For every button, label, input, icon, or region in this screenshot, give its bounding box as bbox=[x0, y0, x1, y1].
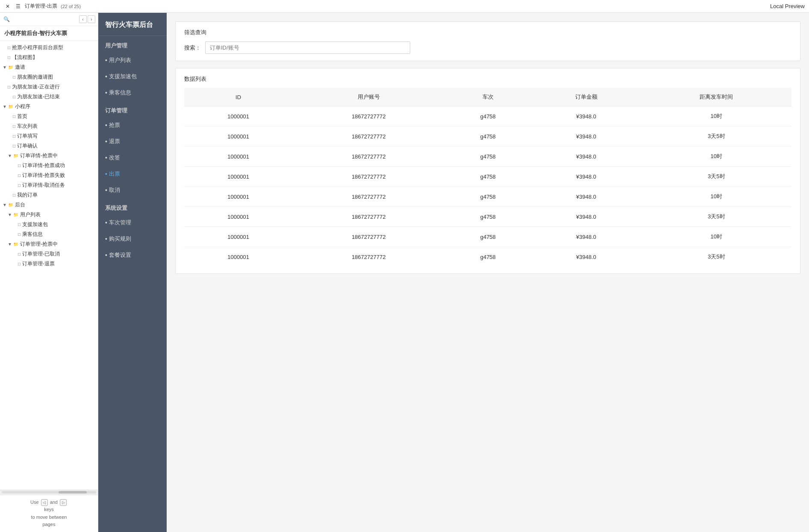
tree-item-label: 订单管理-已取消 bbox=[22, 250, 60, 258]
table-cell-id: 1000001 bbox=[184, 247, 292, 267]
table-cell-amount: ¥3948.0 bbox=[531, 126, 641, 147]
menu-icon: ☰ bbox=[15, 3, 21, 10]
tree-item[interactable]: □订单填写 bbox=[0, 131, 98, 141]
table-body: 100000118672727772g4758¥3948.010时1000001… bbox=[184, 106, 791, 267]
sidebar-next-btn[interactable]: › bbox=[88, 15, 95, 23]
table-header: ID用户账号车次订单金额距离发车时间 bbox=[184, 88, 791, 106]
sidebar-scrollbar[interactable] bbox=[0, 490, 98, 495]
page-icon: □ bbox=[18, 232, 21, 237]
sidebar-prev-btn[interactable]: ‹ bbox=[79, 15, 87, 23]
page-icon: □ bbox=[8, 45, 10, 50]
middle-nav-item[interactable]: • 取消 bbox=[98, 182, 167, 198]
table-cell-amount: ¥3948.0 bbox=[531, 106, 641, 126]
middle-nav-item[interactable]: • 抢票 bbox=[98, 117, 167, 133]
tree-item[interactable]: □订单确认 bbox=[0, 141, 98, 151]
tree-item[interactable]: ▼📁订单管理-抢票中 bbox=[0, 239, 98, 249]
middle-nav-item[interactable]: • 用户列表 bbox=[98, 52, 167, 68]
tree-item-label: 订单详情-抢票成功 bbox=[22, 162, 65, 169]
tree-item[interactable]: ▼📁小程序 bbox=[0, 102, 98, 112]
middle-nav-title: 智行火车票后台 bbox=[98, 13, 167, 36]
page-icon: □ bbox=[18, 183, 21, 188]
folder-icon: 📁 bbox=[8, 203, 13, 207]
table-cell-train: g4758 bbox=[445, 167, 531, 187]
tree-item-label: 订单详情-抢票失败 bbox=[22, 172, 65, 179]
table-cell-time: 3天5时 bbox=[641, 207, 791, 227]
middle-nav-item[interactable]: • 购买规则 bbox=[98, 231, 167, 247]
bullet-icon: • bbox=[105, 170, 107, 177]
middle-nav-item[interactable]: • 车次管理 bbox=[98, 215, 167, 231]
tree-item[interactable]: □订单详情-取消任务 bbox=[0, 180, 98, 190]
page-icon: □ bbox=[18, 262, 21, 266]
tree-item[interactable]: □支援加速包 bbox=[0, 220, 98, 229]
table-row: 100000118672727772g4758¥3948.010时 bbox=[184, 227, 791, 247]
tree-item[interactable]: □订单详情-抢票成功 bbox=[0, 161, 98, 170]
table-cell-time: 3天5时 bbox=[641, 247, 791, 267]
middle-nav-item-label: 退票 bbox=[109, 138, 120, 145]
table-cell-amount: ¥3948.0 bbox=[531, 227, 641, 247]
tree-item[interactable]: □订单管理-已取消 bbox=[0, 249, 98, 259]
filter-section: 筛选查询 搜索： bbox=[175, 21, 800, 61]
tree-item-label: 订单详情-抢票中 bbox=[20, 152, 58, 159]
tree-item[interactable]: □订单详情-抢票失败 bbox=[0, 170, 98, 180]
table-cell-train: g4758 bbox=[445, 227, 531, 247]
table-cell-train: g4758 bbox=[445, 207, 531, 227]
folder-icon: 📁 bbox=[13, 242, 18, 247]
table-cell-id: 1000001 bbox=[184, 126, 292, 147]
middle-nav-item[interactable]: • 退票 bbox=[98, 133, 167, 150]
close-icon[interactable]: ✕ bbox=[4, 3, 11, 10]
middle-nav-item[interactable]: • 乘客信息 bbox=[98, 85, 167, 101]
tree-item-label: 订单详情-取消任务 bbox=[22, 182, 65, 189]
middle-nav-item[interactable]: • 支援加速包 bbox=[98, 68, 167, 85]
bullet-icon: • bbox=[105, 138, 107, 145]
page-icon: □ bbox=[13, 75, 15, 79]
tree-item[interactable]: □订单管理-退票 bbox=[0, 259, 98, 269]
tree-item[interactable]: ▼📁后台 bbox=[0, 200, 98, 210]
sidebar-search-input[interactable] bbox=[12, 16, 76, 22]
page-icon: □ bbox=[18, 173, 21, 178]
tree-item[interactable]: □【流程图】 bbox=[0, 53, 98, 62]
tree-item-label: 邀请 bbox=[15, 64, 25, 71]
middle-nav-item[interactable]: • 套餐设置 bbox=[98, 247, 167, 263]
page-icon: □ bbox=[8, 55, 10, 60]
tree-item[interactable]: □我的订单 bbox=[0, 190, 98, 200]
tree-item-label: 订单管理-抢票中 bbox=[20, 241, 58, 248]
table-cell-account: 18672727772 bbox=[292, 106, 445, 126]
search-input[interactable] bbox=[205, 41, 410, 54]
tree-item-label: 订单填写 bbox=[17, 132, 38, 140]
table-cell-account: 18672727772 bbox=[292, 227, 445, 247]
tree-item[interactable]: □为朋友加速-已结束 bbox=[0, 92, 98, 102]
middle-section-title: 订单管理 bbox=[98, 101, 167, 117]
tree-item[interactable]: □朋友圈的邀请图 bbox=[0, 72, 98, 82]
table-cell-account: 18672727772 bbox=[292, 126, 445, 147]
table-cell-amount: ¥3948.0 bbox=[531, 207, 641, 227]
tree-item[interactable]: □首页 bbox=[0, 112, 98, 121]
folder-arrow-icon: ▼ bbox=[8, 242, 12, 247]
table-col-header: 用户账号 bbox=[292, 88, 445, 106]
page-icon: □ bbox=[13, 134, 15, 138]
table-cell-time: 10时 bbox=[641, 187, 791, 207]
page-icon: □ bbox=[8, 85, 10, 89]
folder-arrow-icon: ▼ bbox=[3, 65, 7, 70]
tree-item[interactable]: □抢票小程序前后台原型 bbox=[0, 43, 98, 53]
sidebar-bottom: Use ◁ and ▷ keys to move between pages bbox=[0, 495, 98, 532]
middle-nav-item[interactable]: • 出票 bbox=[98, 166, 167, 182]
table-cell-id: 1000001 bbox=[184, 187, 292, 207]
tree-item-label: 我的订单 bbox=[17, 191, 38, 199]
table-cell-amount: ¥3948.0 bbox=[531, 247, 641, 267]
middle-nav-item-label: 乘客信息 bbox=[109, 89, 131, 97]
table-cell-account: 18672727772 bbox=[292, 187, 445, 207]
bullet-icon: • bbox=[105, 235, 107, 242]
tree-item[interactable]: ▼📁邀请 bbox=[0, 62, 98, 72]
middle-nav-item[interactable]: • 改签 bbox=[98, 150, 167, 166]
sidebar-tree: □抢票小程序前后台原型□【流程图】▼📁邀请□朋友圈的邀请图□为朋友加速-正在进行… bbox=[0, 41, 98, 490]
tree-item[interactable]: □乘客信息 bbox=[0, 229, 98, 239]
tree-item[interactable]: ▼📁用户列表 bbox=[0, 210, 98, 220]
table-col-header: 距离发车时间 bbox=[641, 88, 791, 106]
table-col-header: 车次 bbox=[445, 88, 531, 106]
tree-item[interactable]: □为朋友加速-正在进行 bbox=[0, 82, 98, 92]
table-row: 100000118672727772g4758¥3948.03天5时 bbox=[184, 207, 791, 227]
table-cell-id: 1000001 bbox=[184, 207, 292, 227]
tree-item[interactable]: □车次列表 bbox=[0, 121, 98, 131]
page-icon: □ bbox=[13, 144, 15, 148]
tree-item[interactable]: ▼📁订单详情-抢票中 bbox=[0, 151, 98, 161]
